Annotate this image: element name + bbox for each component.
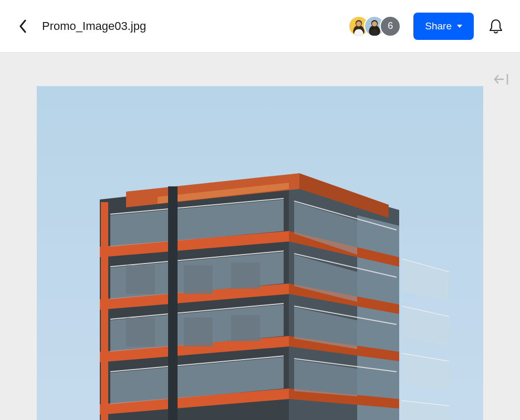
collaborator-avatars[interactable]: 6 — [348, 16, 401, 37]
svg-marker-38 — [402, 307, 449, 346]
header-bar: Promo_Image03.jpg 6 Share — [0, 0, 520, 52]
image-preview[interactable] — [37, 86, 483, 420]
svg-rect-45 — [184, 265, 213, 294]
svg-rect-46 — [184, 318, 213, 346]
svg-point-1 — [356, 21, 361, 26]
bell-icon — [488, 18, 503, 34]
chevron-left-icon — [19, 19, 27, 33]
svg-point-3 — [372, 21, 377, 26]
svg-rect-49 — [231, 262, 260, 289]
building-illustration — [63, 136, 457, 420]
share-button[interactable]: Share — [413, 13, 474, 40]
notifications-button[interactable] — [484, 15, 507, 38]
svg-marker-40 — [402, 402, 449, 420]
svg-rect-23 — [101, 202, 108, 420]
avatar-overflow-count[interactable]: 6 — [380, 16, 401, 37]
svg-rect-48 — [126, 318, 155, 346]
share-button-label: Share — [425, 20, 452, 32]
caret-down-icon — [457, 25, 462, 28]
image-viewer — [0, 52, 520, 420]
collapse-right-icon — [494, 74, 509, 85]
svg-rect-50 — [231, 315, 260, 341]
back-button[interactable] — [13, 16, 34, 37]
svg-rect-47 — [126, 265, 155, 294]
svg-marker-7 — [357, 215, 399, 420]
collapse-panel-button[interactable] — [494, 74, 509, 87]
svg-marker-37 — [402, 260, 449, 302]
svg-rect-24 — [168, 186, 178, 420]
file-name: Promo_Image03.jpg — [42, 19, 146, 33]
